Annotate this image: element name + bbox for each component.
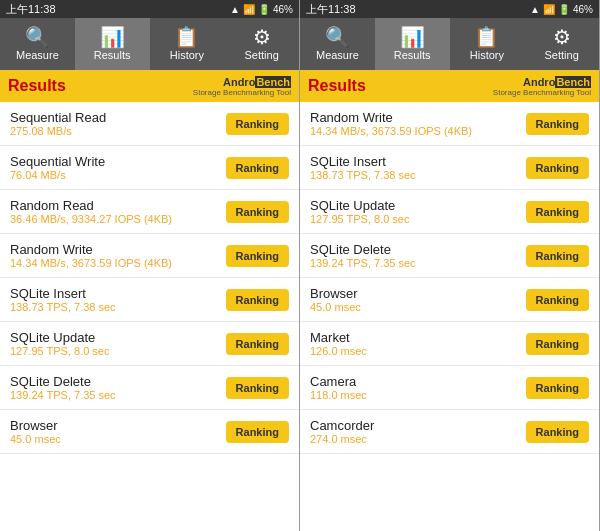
nav-item-measure[interactable]: 🔍 Measure: [300, 18, 375, 70]
nav-item-results[interactable]: 📊 Results: [375, 18, 450, 70]
ranking-button[interactable]: Ranking: [526, 421, 589, 443]
nav-item-setting[interactable]: ⚙ Setting: [224, 18, 299, 70]
result-value: 14.34 MB/s, 3673.59 IOPS (4KB): [10, 257, 172, 269]
nav-label-setting: Setting: [545, 49, 579, 61]
results-title: Results: [308, 77, 366, 95]
nav-item-measure[interactable]: 🔍 Measure: [0, 18, 75, 70]
status-time: 上午11:38: [6, 2, 56, 17]
table-row: Random Write 14.34 MB/s, 3673.59 IOPS (4…: [0, 234, 299, 278]
nav-item-results[interactable]: 📊 Results: [75, 18, 150, 70]
table-row: Random Write 14.34 MB/s, 3673.59 IOPS (4…: [300, 102, 599, 146]
result-value: 126.0 msec: [310, 345, 367, 357]
top-nav: 🔍 Measure 📊 Results 📋 History ⚙ Setting: [300, 18, 599, 70]
table-row: Browser 45.0 msec Ranking: [300, 278, 599, 322]
battery-icon: 🔋: [258, 4, 270, 15]
nav-label-results: Results: [94, 49, 131, 61]
ranking-button[interactable]: Ranking: [226, 201, 289, 223]
history-icon: 📋: [174, 27, 199, 47]
ranking-button[interactable]: Ranking: [226, 333, 289, 355]
setting-icon: ⚙: [553, 27, 571, 47]
ranking-button[interactable]: Ranking: [226, 377, 289, 399]
androbench-brand: AndroBench Storage Benchmarking Tool: [193, 76, 291, 97]
result-info: Camera 118.0 msec: [310, 374, 367, 401]
result-value: 76.04 MB/s: [10, 169, 105, 181]
status-time: 上午11:38: [306, 2, 356, 17]
result-info: Camcorder 274.0 msec: [310, 418, 374, 445]
result-info: Random Write 14.34 MB/s, 3673.59 IOPS (4…: [10, 242, 172, 269]
result-info: Browser 45.0 msec: [10, 418, 61, 445]
result-name: Random Read: [10, 198, 172, 213]
result-value: 45.0 msec: [310, 301, 361, 313]
result-info: Market 126.0 msec: [310, 330, 367, 357]
result-info: SQLite Delete 139.24 TPS, 7.35 sec: [10, 374, 116, 401]
battery-icon: 🔋: [558, 4, 570, 15]
table-row: SQLite Insert 138.73 TPS, 7.38 sec Ranki…: [0, 278, 299, 322]
ranking-button[interactable]: Ranking: [226, 421, 289, 443]
ranking-button[interactable]: Ranking: [226, 245, 289, 267]
ranking-button[interactable]: Ranking: [526, 333, 589, 355]
ranking-button[interactable]: Ranking: [526, 245, 589, 267]
table-row: Random Read 36.46 MB/s, 9334.27 IOPS (4K…: [0, 190, 299, 234]
nav-item-setting[interactable]: ⚙ Setting: [524, 18, 599, 70]
wifi-icon: ▲: [230, 4, 240, 15]
ranking-button[interactable]: Ranking: [226, 289, 289, 311]
table-row: SQLite Delete 139.24 TPS, 7.35 sec Ranki…: [0, 366, 299, 410]
result-value: 138.73 TPS, 7.38 sec: [10, 301, 116, 313]
table-row: Camera 118.0 msec Ranking: [300, 366, 599, 410]
androbench-name: AndroBench: [223, 76, 291, 88]
battery-percent: 46%: [273, 4, 293, 15]
table-row: Browser 45.0 msec Ranking: [0, 410, 299, 454]
nav-label-measure: Measure: [16, 49, 59, 61]
ranking-button[interactable]: Ranking: [226, 157, 289, 179]
result-name: SQLite Update: [10, 330, 109, 345]
result-name: Sequential Read: [10, 110, 106, 125]
phone-panel-2: 上午11:38 ▲ 📶 🔋 46% 🔍 Measure 📊 Results 📋 …: [300, 0, 600, 531]
measure-icon: 🔍: [325, 27, 350, 47]
result-name: Random Write: [310, 110, 472, 125]
status-icons: ▲ 📶 🔋 46%: [230, 4, 293, 15]
result-value: 14.34 MB/s, 3673.59 IOPS (4KB): [310, 125, 472, 137]
signal-icon: 📶: [243, 4, 255, 15]
result-name: SQLite Delete: [10, 374, 116, 389]
ranking-button[interactable]: Ranking: [526, 377, 589, 399]
result-name: SQLite Insert: [310, 154, 416, 169]
result-name: Market: [310, 330, 367, 345]
androbench-sub: Storage Benchmarking Tool: [193, 88, 291, 97]
measure-icon: 🔍: [25, 27, 50, 47]
result-name: Browser: [10, 418, 61, 433]
ranking-button[interactable]: Ranking: [526, 113, 589, 135]
ranking-button[interactable]: Ranking: [526, 201, 589, 223]
result-value: 139.24 TPS, 7.35 sec: [10, 389, 116, 401]
nav-label-history: History: [470, 49, 504, 61]
ranking-button[interactable]: Ranking: [226, 113, 289, 135]
status-icons: ▲ 📶 🔋 46%: [530, 4, 593, 15]
table-row: SQLite Insert 138.73 TPS, 7.38 sec Ranki…: [300, 146, 599, 190]
result-name: Random Write: [10, 242, 172, 257]
result-value: 127.95 TPS, 8.0 sec: [10, 345, 109, 357]
result-value: 45.0 msec: [10, 433, 61, 445]
results-icon: 📊: [400, 27, 425, 47]
results-list: Random Write 14.34 MB/s, 3673.59 IOPS (4…: [300, 102, 599, 531]
table-row: Market 126.0 msec Ranking: [300, 322, 599, 366]
nav-label-measure: Measure: [316, 49, 359, 61]
result-name: Browser: [310, 286, 361, 301]
androbench-sub: Storage Benchmarking Tool: [493, 88, 591, 97]
wifi-icon: ▲: [530, 4, 540, 15]
result-value: 139.24 TPS, 7.35 sec: [310, 257, 416, 269]
nav-item-history[interactable]: 📋 History: [450, 18, 525, 70]
table-row: SQLite Delete 139.24 TPS, 7.35 sec Ranki…: [300, 234, 599, 278]
result-value: 274.0 msec: [310, 433, 374, 445]
result-name: SQLite Delete: [310, 242, 416, 257]
ranking-button[interactable]: Ranking: [526, 157, 589, 179]
result-name: Camera: [310, 374, 367, 389]
table-row: Sequential Write 76.04 MB/s Ranking: [0, 146, 299, 190]
nav-item-history[interactable]: 📋 History: [150, 18, 225, 70]
table-row: Sequential Read 275.08 MB/s Ranking: [0, 102, 299, 146]
results-list: Sequential Read 275.08 MB/s Ranking Sequ…: [0, 102, 299, 531]
ranking-button[interactable]: Ranking: [526, 289, 589, 311]
result-info: Browser 45.0 msec: [310, 286, 361, 313]
result-info: Random Read 36.46 MB/s, 9334.27 IOPS (4K…: [10, 198, 172, 225]
result-info: SQLite Update 127.95 TPS, 8.0 sec: [310, 198, 409, 225]
result-info: Sequential Read 275.08 MB/s: [10, 110, 106, 137]
result-value: 127.95 TPS, 8.0 sec: [310, 213, 409, 225]
